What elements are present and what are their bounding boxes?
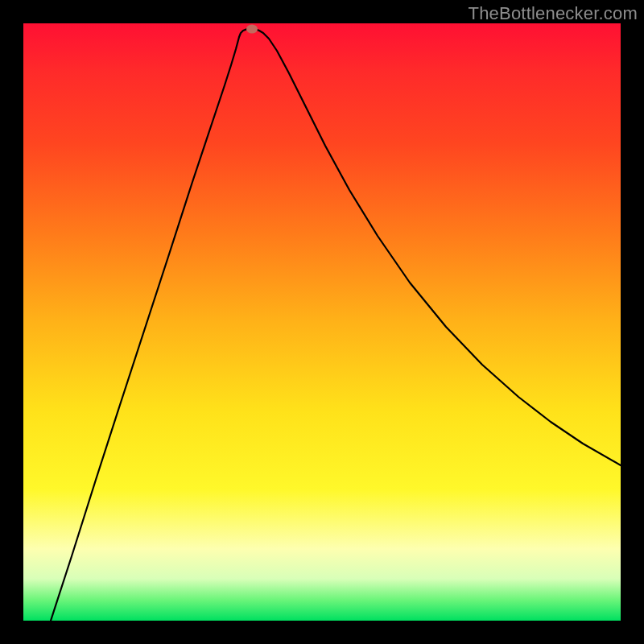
chart-plot-area — [23, 23, 621, 621]
bottleneck-curve — [23, 23, 621, 621]
chart-frame: TheBottlenecker.com — [0, 0, 644, 644]
watermark-text: TheBottlenecker.com — [469, 3, 638, 24]
optimum-marker — [246, 25, 258, 34]
